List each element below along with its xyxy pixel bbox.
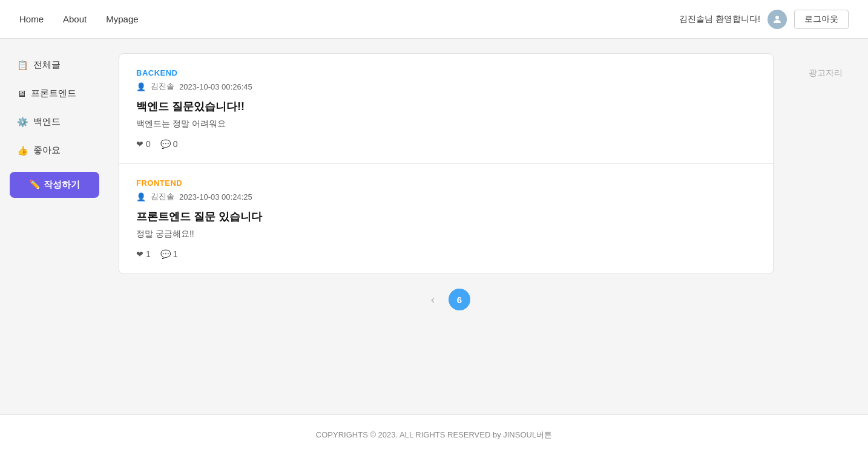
post-date-2: 2023-10-03 00:24:25 bbox=[179, 192, 252, 201]
header-nav: Home About Mypage bbox=[19, 14, 679, 24]
sidebar-label-backend: 백엔드 bbox=[33, 116, 61, 128]
post-card-1[interactable]: BACKEND 👤 김진솔 2023-10-03 00:26:45 백엔드 질문… bbox=[119, 54, 773, 164]
post-comments-1: 💬 0 bbox=[160, 139, 178, 149]
user-icon-2: 👤 bbox=[136, 192, 146, 201]
sidebar-label-all: 전체글 bbox=[33, 59, 61, 71]
post-stats-2: ❤ 1 💬 1 bbox=[136, 249, 756, 259]
logout-button[interactable]: 로그아웃 bbox=[794, 10, 849, 29]
comments-count-1: 0 bbox=[173, 139, 178, 149]
nav-about[interactable]: About bbox=[63, 14, 87, 24]
post-likes-2: ❤ 1 bbox=[136, 249, 151, 259]
avatar bbox=[768, 10, 787, 29]
comment-icon-1: 💬 bbox=[160, 139, 171, 149]
welcome-text: 김진솔님 환영합니다! bbox=[679, 14, 760, 25]
layout: 📋 전체글 🖥 프론트엔드 ⚙️ 백엔드 👍 좋아요 ✏️ 작성하기 BACKE… bbox=[0, 39, 868, 414]
frontend-icon: 🖥 bbox=[17, 88, 26, 99]
post-title-2[interactable]: 프론트엔드 질문 있습니다 bbox=[136, 209, 756, 224]
sidebar-item-all[interactable]: 📋 전체글 bbox=[10, 53, 99, 77]
header-right: 김진솔님 환영합니다! 로그아웃 bbox=[679, 10, 849, 29]
post-card-2[interactable]: FRONTEND 👤 김진솔 2023-10-03 00:24:25 프론트엔드… bbox=[119, 164, 773, 273]
posts-container: BACKEND 👤 김진솔 2023-10-03 00:26:45 백엔드 질문… bbox=[119, 53, 774, 274]
post-meta-2: 👤 김진솔 2023-10-03 00:24:25 bbox=[136, 191, 756, 202]
current-page-button[interactable]: 6 bbox=[449, 289, 470, 310]
main-content: BACKEND 👤 김진솔 2023-10-03 00:26:45 백엔드 질문… bbox=[109, 53, 783, 400]
header: Home About Mypage 김진솔님 환영합니다! 로그아웃 bbox=[0, 0, 868, 39]
sidebar: 📋 전체글 🖥 프론트엔드 ⚙️ 백엔드 👍 좋아요 ✏️ 작성하기 bbox=[0, 53, 109, 400]
post-likes-1: ❤ 0 bbox=[136, 139, 151, 149]
footer-text: COPYRIGHTS © 2023. ALL RIGHTS RESERVED b… bbox=[316, 430, 552, 439]
post-excerpt-2: 정말 궁금해요!! bbox=[136, 229, 756, 240]
ad-area: 광고자리 bbox=[783, 53, 868, 400]
post-date-1: 2023-10-03 00:26:45 bbox=[179, 82, 252, 91]
comments-count-2: 1 bbox=[173, 249, 178, 259]
pagination: ‹ 6 bbox=[119, 274, 774, 325]
likes-count-2: 1 bbox=[146, 249, 151, 259]
ad-label: 광고자리 bbox=[809, 68, 843, 79]
post-category-2: FRONTEND bbox=[136, 178, 756, 188]
footer: COPYRIGHTS © 2023. ALL RIGHTS RESERVED b… bbox=[0, 414, 868, 455]
post-category-1: BACKEND bbox=[136, 68, 756, 77]
heart-icon-2: ❤ bbox=[136, 249, 143, 259]
post-comments-2: 💬 1 bbox=[160, 249, 178, 259]
post-meta-1: 👤 김진솔 2023-10-03 00:26:45 bbox=[136, 81, 756, 92]
sidebar-label-likes: 좋아요 bbox=[33, 145, 61, 156]
write-button[interactable]: ✏️ 작성하기 bbox=[10, 172, 99, 198]
nav-mypage[interactable]: Mypage bbox=[106, 14, 138, 24]
svg-point-0 bbox=[775, 16, 779, 19]
post-author-2: 김진솔 bbox=[151, 191, 174, 202]
post-author-1: 김진솔 bbox=[151, 81, 174, 92]
heart-icon-1: ❤ bbox=[136, 139, 143, 149]
prev-page-button[interactable]: ‹ bbox=[422, 289, 444, 310]
post-stats-1: ❤ 0 💬 0 bbox=[136, 139, 756, 149]
user-icon-1: 👤 bbox=[136, 82, 146, 91]
backend-icon: ⚙️ bbox=[17, 117, 28, 128]
sidebar-item-frontend[interactable]: 🖥 프론트엔드 bbox=[10, 82, 99, 105]
post-title-1[interactable]: 백엔드 질문있습니다!! bbox=[136, 99, 756, 114]
likes-count-1: 0 bbox=[146, 139, 151, 149]
sidebar-label-frontend: 프론트엔드 bbox=[31, 88, 76, 99]
sidebar-item-likes[interactable]: 👍 좋아요 bbox=[10, 139, 99, 162]
nav-home[interactable]: Home bbox=[19, 14, 44, 24]
likes-icon: 👍 bbox=[17, 145, 28, 156]
all-icon: 📋 bbox=[17, 60, 28, 71]
sidebar-item-backend[interactable]: ⚙️ 백엔드 bbox=[10, 110, 99, 134]
comment-icon-2: 💬 bbox=[160, 249, 171, 259]
post-excerpt-1: 백엔드는 정말 어려워요 bbox=[136, 119, 756, 129]
